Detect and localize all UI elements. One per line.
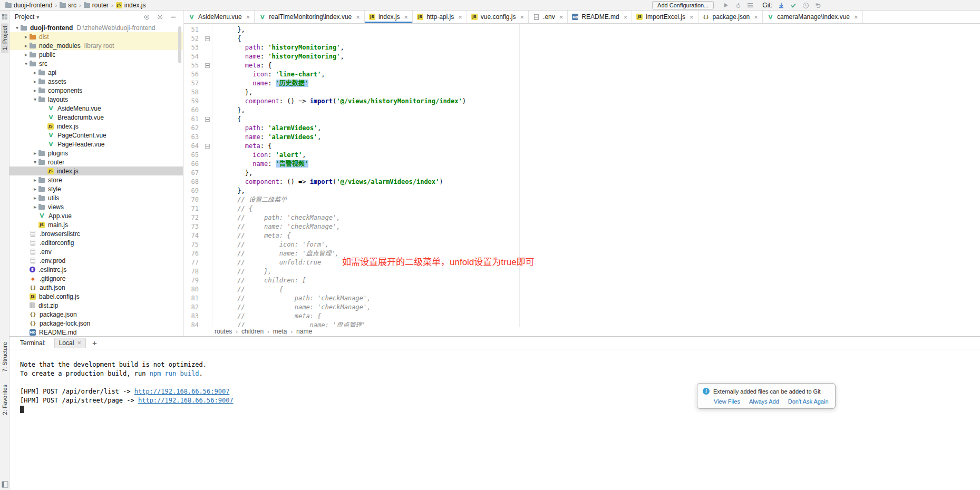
editor-tab[interactable]: JSvue.config.js× xyxy=(467,11,529,23)
editor-tab[interactable]: VcameraManage\index.vue× xyxy=(763,11,863,23)
tree-row[interactable]: ▸assets xyxy=(9,77,183,86)
tree-row[interactable]: ▸api xyxy=(9,68,183,77)
editor-tab[interactable]: MDREADME.md× xyxy=(568,11,632,23)
project-toolwindow-icon[interactable] xyxy=(1,13,8,21)
breadcrumb-item[interactable]: name xyxy=(296,328,312,335)
toolwindow-structure[interactable]: 7: Structure xyxy=(1,339,8,375)
expand-arrow-icon[interactable]: ▸ xyxy=(32,195,38,201)
scrollbar-thumb[interactable] xyxy=(178,26,181,63)
rollback-icon[interactable] xyxy=(813,1,822,9)
collapse-arrow-icon[interactable]: ▾ xyxy=(32,96,38,102)
tree-row[interactable]: .env xyxy=(9,247,183,256)
close-icon[interactable]: × xyxy=(246,14,250,21)
breadcrumb-item[interactable]: JSindex.js xyxy=(114,2,148,9)
notification-action[interactable]: Always Add xyxy=(749,398,779,405)
editor-tab[interactable]: {}package.json× xyxy=(698,11,763,23)
tree-row[interactable]: JSbabel.config.js xyxy=(9,292,183,301)
fold-marker-icon[interactable] xyxy=(205,36,210,41)
tree-row[interactable]: ▸store xyxy=(9,175,183,184)
tree-row[interactable]: ▸components xyxy=(9,86,183,95)
locate-file-icon[interactable] xyxy=(143,13,150,21)
collapse-arrow-icon[interactable]: ▾ xyxy=(14,25,21,31)
fold-marker-icon[interactable] xyxy=(205,63,210,68)
git-update-icon[interactable] xyxy=(777,1,785,9)
close-icon[interactable]: × xyxy=(854,14,858,21)
fold-marker-icon[interactable] xyxy=(205,117,210,122)
expand-arrow-icon[interactable]: ▸ xyxy=(32,204,38,210)
close-icon[interactable]: × xyxy=(559,14,564,21)
expand-arrow-icon[interactable]: ▸ xyxy=(32,79,38,84)
tree-row[interactable]: ▸node_moduleslibrary root xyxy=(9,41,183,50)
tree-row[interactable]: VPageContent.vue xyxy=(9,131,183,140)
close-icon[interactable]: × xyxy=(458,14,462,21)
tree-row[interactable]: ▾duoji-frontendD:\zheheWeb\duoji-fronten… xyxy=(9,23,183,32)
breadcrumb-item[interactable]: meta xyxy=(273,328,287,335)
tree-row[interactable]: .browserslistrc xyxy=(9,229,183,238)
tree-row[interactable]: JSindex.js xyxy=(9,122,183,131)
tree-row[interactable]: ▸utils xyxy=(9,193,183,202)
close-icon[interactable]: × xyxy=(520,14,524,21)
close-icon[interactable]: × xyxy=(690,14,694,21)
tree-row[interactable]: .env.prod xyxy=(9,256,183,265)
tree-row[interactable]: JSindex.js xyxy=(9,166,183,175)
editor-tab[interactable]: JSindex.js× xyxy=(365,11,413,23)
tree-row[interactable]: MDREADME.md xyxy=(9,328,183,336)
notification-action[interactable]: Don't Ask Again xyxy=(788,398,829,405)
coverage-icon[interactable] xyxy=(746,1,754,9)
expand-arrow-icon[interactable]: ▸ xyxy=(23,34,30,40)
tree-row[interactable]: {}auth.json xyxy=(9,283,183,292)
tree-row[interactable]: {}package-lock.json xyxy=(9,319,183,328)
new-terminal-button[interactable]: + xyxy=(92,338,97,347)
toolwindow-favorites[interactable]: 2: Favorites xyxy=(1,382,8,417)
tree-row[interactable]: ▸dist xyxy=(9,32,183,41)
toolwindow-toggle-icon[interactable] xyxy=(1,481,8,488)
tree-row[interactable]: ▸plugins xyxy=(9,149,183,158)
add-configuration-button[interactable]: Add Configuration... xyxy=(652,1,714,9)
git-commit-icon[interactable] xyxy=(789,1,798,9)
breadcrumb-item[interactable]: children xyxy=(241,328,264,335)
editor-tab[interactable]: VrealTimeMonitoring\index.vue× xyxy=(255,11,365,23)
gear-icon[interactable] xyxy=(156,13,163,21)
tree-row[interactable]: VApp.vue xyxy=(9,211,183,220)
toolwindow-project[interactable]: 1: Project xyxy=(1,23,8,53)
breadcrumb-item[interactable]: duoji-frontend xyxy=(3,2,54,9)
editor-tab[interactable]: VAsideMenu.vue× xyxy=(184,11,255,23)
expand-arrow-icon[interactable]: ▸ xyxy=(32,177,38,183)
hide-panel-icon[interactable] xyxy=(169,13,177,21)
tree-row[interactable]: ▾router xyxy=(9,158,183,166)
expand-arrow-icon[interactable]: ▸ xyxy=(32,186,38,192)
close-icon[interactable]: × xyxy=(404,14,409,21)
tree-row[interactable]: E.eslintrc.js xyxy=(9,265,183,274)
close-icon[interactable]: × xyxy=(754,14,758,21)
run-icon[interactable] xyxy=(722,1,730,9)
expand-arrow-icon[interactable]: ▸ xyxy=(23,52,30,57)
expand-arrow-icon[interactable]: ▸ xyxy=(32,70,38,75)
tree-row[interactable]: dist.zip xyxy=(9,301,183,310)
expand-arrow-icon[interactable]: ▸ xyxy=(23,43,30,48)
breadcrumb-item[interactable]: routes xyxy=(215,328,232,335)
tree-row[interactable]: ◆.gitignore xyxy=(9,274,183,283)
tree-row[interactable]: ▸style xyxy=(9,184,183,193)
close-icon[interactable]: × xyxy=(624,14,628,21)
tree-row[interactable]: ▾src xyxy=(9,59,183,68)
tree-row[interactable]: VBreadcrumb.vue xyxy=(9,113,183,122)
close-icon[interactable]: × xyxy=(356,14,360,21)
expand-arrow-icon[interactable]: ▸ xyxy=(32,150,38,156)
tree-row[interactable]: JSmain.js xyxy=(9,220,183,229)
close-icon[interactable]: × xyxy=(77,339,81,346)
breadcrumb-item[interactable]: src xyxy=(57,2,79,9)
history-icon[interactable] xyxy=(801,1,810,9)
tree-row[interactable]: VPageHeader.vue xyxy=(9,140,183,149)
editor-tab[interactable]: JSimportExcel.js× xyxy=(632,11,698,23)
tree-row[interactable]: ▾layouts xyxy=(9,95,183,104)
terminal-tab-local[interactable]: Local × xyxy=(54,338,86,348)
expand-arrow-icon[interactable]: ▸ xyxy=(32,87,38,93)
terminal-link[interactable]: http://192.168.66.56:9007 xyxy=(138,397,234,404)
debug-icon[interactable] xyxy=(734,1,742,9)
collapse-arrow-icon[interactable]: ▾ xyxy=(32,159,38,165)
editor-tab[interactable]: JShttp-api.js× xyxy=(413,11,467,23)
tree-row[interactable]: .editorconfig xyxy=(9,238,183,247)
tree-row[interactable]: ▸public xyxy=(9,50,183,59)
breadcrumb-item[interactable]: router xyxy=(82,2,111,9)
tree-row[interactable]: {}package.json xyxy=(9,310,183,319)
